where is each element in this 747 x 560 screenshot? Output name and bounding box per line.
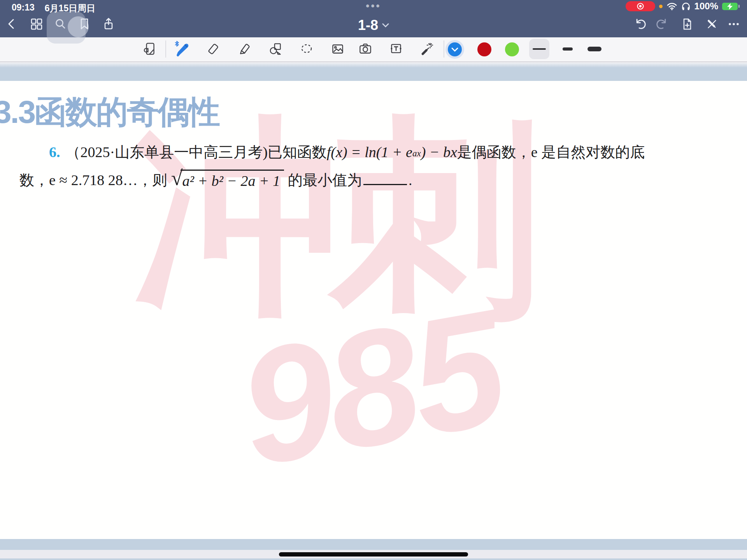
toolbar-divider <box>165 40 166 58</box>
record-icon <box>636 2 645 10</box>
screen-recording-pill[interactable] <box>626 1 655 11</box>
section-title: 3.3函数的奇偶性 <box>0 91 219 134</box>
stroke-medium-icon <box>563 47 573 51</box>
redo-button[interactable] <box>654 16 671 33</box>
tool-toolbar <box>0 37 747 62</box>
chevron-down-icon <box>382 23 389 28</box>
lasso-icon <box>298 41 315 57</box>
camera-icon <box>357 41 374 57</box>
text-icon <box>388 41 404 57</box>
color-swatch-blue[interactable] <box>448 42 462 56</box>
pen-tool-button[interactable] <box>173 38 191 60</box>
shapes-tool-button[interactable] <box>266 38 285 60</box>
eraser-icon <box>205 41 221 57</box>
wifi-icon <box>666 2 677 10</box>
text-tool-button[interactable] <box>387 38 405 60</box>
image-icon <box>330 41 346 57</box>
problem-text: 是偶函数，e 是自然对数的底 <box>457 142 645 162</box>
image-tool-button[interactable] <box>328 38 347 60</box>
toolbar-divider <box>444 40 444 58</box>
home-indicator[interactable] <box>279 552 468 556</box>
headphones-icon <box>681 2 691 11</box>
more-button[interactable] <box>725 16 742 33</box>
shapes-icon <box>267 41 284 57</box>
stroke-thin-icon <box>533 48 546 50</box>
undo-button[interactable] <box>631 16 648 33</box>
mic-in-use-dot <box>659 5 663 8</box>
problem-text: 数，e ≈ 2.718 28…，则 <box>19 170 167 190</box>
watermark-number: 985 <box>229 285 512 491</box>
worksheet-page[interactable]: 冲刺 985 3.3函数的奇偶性 6.（2025·山东单县一中高三月考)已知函数… <box>0 81 747 539</box>
battery-icon <box>722 3 738 10</box>
redo-icon <box>655 17 670 32</box>
add-page-button[interactable] <box>679 16 696 33</box>
note-canvas[interactable]: 冲刺 985 3.3函数的奇偶性 6.（2025·山东单县一中高三月考)已知函数… <box>0 61 747 560</box>
formula-exponent: ax <box>412 149 421 159</box>
laser-tool-button[interactable] <box>417 38 436 60</box>
stroke-thick-icon <box>587 47 601 51</box>
pen-cross-icon <box>705 17 719 31</box>
nav-bar: 09:13 6月15日周日 ••• <box>0 0 747 37</box>
problem-line-2: 数，e ≈ 2.718 28…，则√a² + b² − 2a + 1的最小值为. <box>19 170 412 190</box>
page-mode-button[interactable] <box>140 38 159 60</box>
chevron-down-icon <box>451 47 459 52</box>
document-title: 1-8 <box>358 17 378 33</box>
question-number: 6. <box>49 144 60 161</box>
period: . <box>409 172 412 189</box>
stroke-medium-button[interactable] <box>558 39 578 59</box>
lasso-tool-button[interactable] <box>297 38 316 60</box>
stroke-thick-button[interactable] <box>584 39 605 59</box>
status-bar: 09:13 6月15日周日 ••• <box>0 0 747 12</box>
problem-text: （2025·山东单县一中高三月考)已知函数 <box>66 142 327 162</box>
sqrt-expression: √a² + b² − 2a + 1 <box>171 170 284 189</box>
problem-text: 的最小值为 <box>288 170 362 190</box>
formula-fx: f(x) = ln(1 + e <box>327 144 412 161</box>
nav-row: 1-8 <box>0 12 747 37</box>
pointer-highlight <box>47 12 86 44</box>
ipad-screen: 09:13 6月15日周日 ••• <box>0 0 747 560</box>
highlighter-icon <box>236 41 252 57</box>
camera-tool-button[interactable] <box>356 38 375 60</box>
battery-percent: 100% <box>694 1 718 12</box>
undo-icon <box>632 17 647 32</box>
ellipsis-icon <box>727 17 741 31</box>
charging-bolt-icon <box>726 3 734 10</box>
pen-tool-icon <box>173 40 191 58</box>
page-mode-icon <box>141 41 158 57</box>
eraser-tool-button[interactable] <box>203 38 222 60</box>
highlighter-tool-button[interactable] <box>235 38 253 60</box>
stroke-thin-button[interactable] <box>529 39 549 59</box>
laser-pointer-icon <box>418 41 435 57</box>
color-swatch-green[interactable] <box>505 42 519 56</box>
pointer-cursor <box>68 16 89 37</box>
answer-blank <box>363 171 407 185</box>
home-indicator-track <box>0 550 747 558</box>
pen-off-button[interactable] <box>703 16 721 33</box>
color-swatch-red[interactable] <box>477 42 491 56</box>
radicand: a² + b² − 2a + 1 <box>181 170 284 189</box>
formula-fx-tail: ) − bx <box>421 144 457 161</box>
status-right: 100% <box>626 2 738 11</box>
problem-line-1: 6.（2025·山东单县一中高三月考)已知函数 f(x) = ln(1 + ea… <box>49 142 645 162</box>
add-page-icon <box>680 17 694 31</box>
